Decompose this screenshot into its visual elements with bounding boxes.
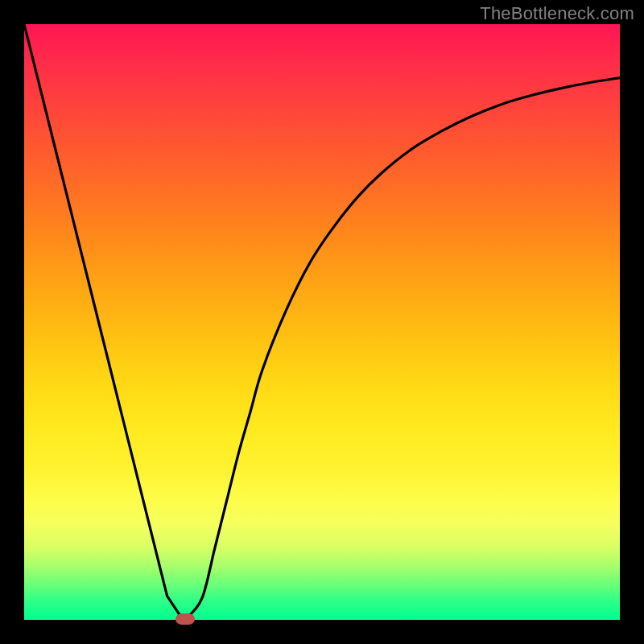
watermark-text: TheBottleneck.com [480,3,634,24]
plot-area [24,24,620,620]
curve-svg [24,24,620,620]
bottleneck-curve-path [24,24,620,619]
optimum-marker [175,613,195,625]
chart-frame: TheBottleneck.com [0,0,644,644]
